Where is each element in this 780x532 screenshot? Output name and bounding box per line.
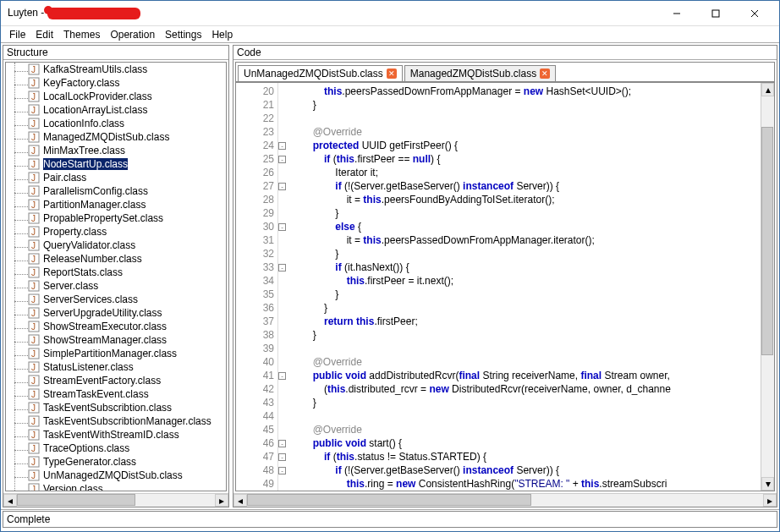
fold-toggle-icon[interactable]: - [278, 440, 286, 447]
minimize-button[interactable] [657, 2, 696, 25]
tree-item[interactable]: JSimplePartitionManager.class [31, 347, 226, 360]
tree-item[interactable]: JProperty.class [31, 225, 226, 239]
tree-item[interactable]: JServer.class [31, 279, 226, 293]
svg-text:J: J [31, 282, 36, 291]
fold-toggle-icon[interactable]: - [278, 264, 286, 271]
tree-item[interactable]: JServerServices.class [31, 293, 226, 306]
tree-item[interactable]: JParallelismConfig.class [31, 184, 226, 198]
tree-item[interactable]: JStreamEventFactory.class [31, 374, 226, 387]
menu-settings[interactable]: Settings [160, 27, 206, 42]
java-class-icon: J [28, 469, 40, 481]
java-class-icon: J [28, 334, 40, 346]
svg-text:J: J [31, 376, 36, 386]
tree-item-label: ReportStats.class [43, 266, 123, 278]
scroll-down-icon[interactable]: ▾ [761, 477, 774, 491]
scroll-left-icon[interactable]: ◂ [3, 494, 17, 507]
svg-text:J: J [31, 458, 36, 467]
tree-item-label: LocalLockProvider.class [43, 90, 152, 102]
tree-item[interactable]: JShowStreamExecutor.class [31, 320, 226, 333]
svg-text:J: J [31, 336, 36, 345]
java-class-icon: J [28, 253, 40, 265]
tree-item[interactable]: JVersion.class [31, 482, 226, 491]
maximize-button[interactable] [696, 2, 735, 25]
code-content[interactable]: this.peersPassedDownFromAppManager = new… [290, 83, 761, 491]
tab-close-icon[interactable]: ✕ [540, 69, 550, 79]
java-class-icon: J [28, 104, 40, 116]
svg-text:J: J [31, 309, 36, 318]
java-class-icon: J [28, 226, 40, 238]
tree-item[interactable]: JMinMaxTree.class [31, 144, 226, 157]
tree-item[interactable]: JManagedZMQDistSub.class [31, 130, 226, 144]
menu-file[interactable]: File [4, 27, 30, 42]
fold-toggle-icon[interactable]: - [278, 223, 286, 231]
tree-item-label: ShowStreamExecutor.class [43, 321, 167, 332]
menu-edit[interactable]: Edit [30, 27, 58, 42]
tree-item[interactable]: JPropablePropertySet.class [31, 211, 226, 225]
java-class-icon: J [28, 280, 40, 292]
tree-item[interactable]: JKafkaStreamUtils.class [31, 63, 226, 76]
svg-text:J: J [31, 295, 36, 304]
menu-operation[interactable]: Operation [105, 27, 160, 42]
svg-text:J: J [31, 390, 36, 399]
editor-vscrollbar[interactable]: ▴ ▾ [761, 83, 774, 491]
tree-item[interactable]: JPair.class [31, 171, 226, 184]
tree-item[interactable]: JShowStreamManager.class [31, 333, 226, 347]
editor-tab[interactable]: UnManagedZMQDistSub.class✕ [238, 65, 403, 81]
structure-tree[interactable]: JKafkaStreamUtils.classJKeyFactory.class… [5, 62, 227, 491]
svg-text:J: J [31, 485, 36, 491]
svg-rect-1 [712, 10, 719, 17]
tree-item-label: SimplePartitionManager.class [43, 348, 177, 359]
close-button[interactable] [735, 2, 774, 25]
scroll-left-icon[interactable]: ◂ [233, 494, 247, 507]
tree-item[interactable]: JReleaseNumber.class [31, 252, 226, 266]
svg-text:J: J [31, 228, 36, 237]
tree-item[interactable]: JReportStats.class [31, 266, 226, 279]
tree-item[interactable]: JServerUpgradeUtility.class [31, 306, 226, 320]
fold-toggle-icon[interactable]: - [278, 142, 286, 150]
tree-item-label: KafkaStreamUtils.class [43, 63, 147, 75]
fold-toggle-icon[interactable]: - [278, 453, 286, 461]
tree-item[interactable]: JTaskEventWithStreamID.class [31, 428, 226, 442]
fold-gutter[interactable]: --------- [278, 83, 290, 491]
code-editor[interactable]: 2021222324252627282930313233343536373839… [235, 82, 775, 491]
tree-item-label: ServerServices.class [43, 293, 138, 305]
tree-item[interactable]: JTaskEventSubscribtionManager.class [31, 414, 226, 428]
fold-toggle-icon[interactable]: - [278, 183, 286, 190]
scroll-right-icon[interactable]: ▸ [763, 494, 777, 507]
tree-item[interactable]: JKeyFactory.class [31, 76, 226, 90]
menu-bar: FileEditThemesOperationSettingsHelp [1, 26, 779, 43]
tree-item[interactable]: JStatusListener.class [31, 360, 226, 374]
menu-help[interactable]: Help [206, 27, 238, 42]
tree-item[interactable]: JNodeStartUp.class [31, 157, 226, 171]
editor-tab[interactable]: ManagedZMQDistSub.class✕ [404, 65, 556, 81]
sidebar-hscrollbar[interactable]: ◂ ▸ [3, 493, 228, 507]
scroll-right-icon[interactable]: ▸ [215, 494, 228, 507]
tree-item-label: TaskEventSubscribtion.class [43, 402, 172, 414]
line-number-gutter: 2021222324252627282930313233343536373839… [236, 83, 278, 491]
tree-item[interactable]: JLocationArrayList.class [31, 103, 226, 117]
tree-item[interactable]: JTraceOptions.class [31, 442, 226, 455]
editor-hscrollbar[interactable]: ◂ ▸ [233, 493, 777, 507]
tree-item[interactable]: JQueryValidator.class [31, 239, 226, 252]
tree-item-label: StatusListener.class [43, 361, 134, 373]
scroll-up-icon[interactable]: ▴ [761, 83, 774, 96]
tab-close-icon[interactable]: ✕ [387, 69, 397, 79]
tree-item-label: PartitionManager.class [43, 199, 146, 211]
tree-item[interactable]: JTaskEventSubscribtion.class [31, 401, 226, 414]
java-class-icon: J [28, 77, 40, 89]
fold-toggle-icon[interactable]: - [278, 372, 286, 380]
java-class-icon: J [28, 158, 40, 170]
tree-item-label: LocationInfo.class [43, 118, 124, 129]
tree-item[interactable]: JUnManagedZMQDistSub.class [31, 469, 226, 482]
svg-text:J: J [31, 160, 36, 169]
tree-item[interactable]: JLocalLockProvider.class [31, 90, 226, 103]
fold-toggle-icon[interactable]: - [278, 467, 286, 474]
tree-item[interactable]: JStreamTaskEvent.class [31, 387, 226, 401]
tree-item[interactable]: JTypeGenerator.class [31, 455, 226, 469]
menu-themes[interactable]: Themes [58, 27, 105, 42]
tree-item[interactable]: JPartitionManager.class [31, 198, 226, 211]
fold-toggle-icon[interactable]: - [278, 156, 286, 163]
tree-item[interactable]: JLocationInfo.class [31, 117, 226, 130]
java-class-icon: J [28, 429, 40, 441]
java-class-icon: J [28, 118, 40, 129]
